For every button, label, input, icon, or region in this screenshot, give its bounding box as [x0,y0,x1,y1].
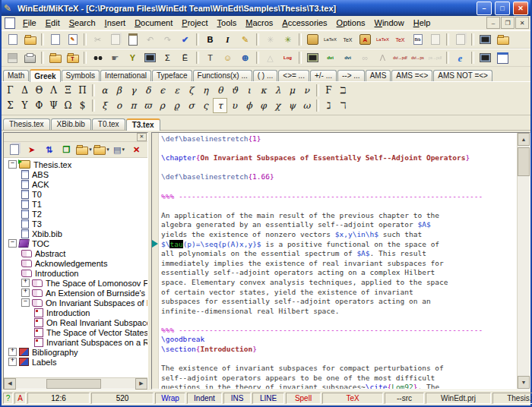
status-spell-mode[interactable]: Spell [286,393,321,404]
close-panel-button[interactable]: ✕ [128,142,145,157]
greek-symbol-button[interactable]: δ [141,83,155,98]
tree-item[interactable]: Abstract [5,248,147,258]
palette-tab-ams[interactable]: AMS =<> [391,70,432,81]
tree-item[interactable]: −On Invariant Subspaces of Essentiall [5,298,147,308]
palette-tab-math[interactable]: Math [3,70,29,81]
collapse-icon[interactable]: − [8,239,17,248]
editor-vertical-scrollbar[interactable]: ▲ ▼ [517,133,530,389]
minimize-button[interactable]: – [477,2,492,15]
greek-symbol-button[interactable]: χ [271,98,285,113]
greek-symbol-button[interactable]: σ [184,98,198,113]
document-edit-button[interactable]: ✎ [64,32,81,47]
palette-tab-ams-not[interactable]: AMS NOT =<> [433,70,492,81]
greek-symbol-button[interactable]: υ [227,98,242,113]
text-editor[interactable]: \def\baselinestretch{1} \chapter{On Inva… [159,133,517,389]
tree-item[interactable]: On Real Invariant Subspaces [5,317,147,327]
italic-button[interactable]: I [219,32,236,47]
greek-symbol-button[interactable]: θ [213,83,227,98]
greek-symbol-button[interactable]: τ [213,98,227,113]
paste-button[interactable] [124,32,141,47]
palette-tab-[interactable]: --> ... [337,70,365,81]
doc-tab-t0-tex[interactable]: T0.tex [92,118,125,130]
accented-letters-button[interactable]: Ë [176,50,194,65]
palette-tab-[interactable]: ( ) ... [253,70,278,81]
pdf-texify-button[interactable]: A [356,32,374,47]
status-insert-mode[interactable]: INS [223,393,251,404]
scrollbar-thumb[interactable] [518,147,530,176]
console-button[interactable] [477,50,494,65]
collapse-icon[interactable]: − [21,298,30,307]
tree-item[interactable]: +Labels [5,357,147,367]
doc-tab-thesis-tex[interactable]: Thesis.tex [3,118,50,130]
new-window-button[interactable] [494,50,511,65]
menu-tools[interactable]: Tools [213,17,242,28]
mdi-restore-button[interactable]: ❐ [501,17,515,29]
scroll-down-icon[interactable]: ▼ [518,376,530,389]
status-src-mode[interactable]: --src [385,393,424,404]
tree-item[interactable]: The Space of Vector States [5,327,147,337]
greek-symbol-button[interactable]: ℷ [321,98,336,113]
greek-symbol-button[interactable]: α [97,83,112,98]
bibtex-button[interactable]: Bib [409,32,426,47]
menu-project[interactable]: Project [177,17,212,28]
greek-symbol-button[interactable]: Ψ [46,98,61,113]
expand-icon[interactable]: + [21,289,30,297]
greek-symbol-button[interactable]: κ [256,83,271,98]
folder-menu-button[interactable]: ▾ [93,142,110,157]
greek-symbol-button[interactable]: ν [299,83,314,98]
palette-tab-[interactable]: +/- ... [310,70,337,81]
greek-symbol-button[interactable]: β [112,83,126,98]
acrobat-reader-button[interactable]: Λ [374,50,391,65]
greek-symbol-button[interactable]: ς [198,98,213,113]
tex-button[interactable]: TeX [339,32,356,47]
doc-tab-t3-tex[interactable]: T3.tex [126,118,160,131]
scroll-left-icon[interactable]: ◀ [4,378,16,390]
menu-macros[interactable]: Macros [241,17,277,28]
tree-item[interactable]: ACK [5,179,147,189]
tree-item[interactable]: T1 [5,199,147,209]
find-button[interactable] [89,50,106,65]
dvi-to-pdf-button[interactable]: dvi→pdf [391,50,409,65]
panel-close-icon[interactable]: ✕ [137,133,147,141]
list-menu-button[interactable]: ▤▾ [110,142,128,157]
palette-tab-symbols[interactable]: Symbols [62,70,100,81]
expand-icon[interactable]: + [8,358,17,366]
tree-item[interactable]: T2 [5,209,147,219]
goto-hand-button[interactable]: ☛ [106,50,124,65]
tree-item[interactable]: Introduction [5,308,147,317]
latex-button[interactable]: LaTeX [321,32,339,47]
swap-blue-arrows-button[interactable]: ⇅ [40,142,58,157]
menu-file[interactable]: File [18,17,41,28]
menu-accessories[interactable]: Accessories [277,17,331,28]
print-button[interactable] [21,50,39,65]
tree-item[interactable]: Introduction [5,268,147,278]
tree-item[interactable]: Invariant Subspaces on a Real Hi [5,337,147,347]
tree-item[interactable]: +The Space of Lomonosov Functions [5,278,147,288]
tree-item[interactable]: T0 [5,189,147,199]
greek-symbol-button[interactable]: ω [299,98,314,113]
build-books-button[interactable]: ❒ [58,142,75,157]
dvi-print-button[interactable]: ∞ [356,50,374,65]
bold-button[interactable]: B [201,32,219,47]
filter-funnel-button[interactable]: Y [124,50,141,65]
menu-options[interactable]: Options [332,17,370,28]
view-output-folder-button[interactable] [494,32,511,47]
web-globe-button[interactable]: ⊕ [236,50,254,65]
greek-symbol-button[interactable]: Ϝ [321,83,336,98]
status-help[interactable]: ? [3,393,13,404]
palette-tab-ams[interactable]: AMS [366,70,391,81]
greek-symbol-button[interactable]: μ [285,83,299,98]
exec-gears-button[interactable]: ✳ [279,32,296,47]
status-indent-mode[interactable]: Indent [187,393,222,404]
open-file-button[interactable] [21,32,39,47]
greek-symbol-button[interactable]: ε [169,83,184,98]
greek-symbol-button[interactable]: ℶ [336,83,350,98]
highlight-pen-button[interactable]: ✎ [236,32,254,47]
dvi-forward-search-button[interactable]: dvi [321,50,339,65]
dvi-preview-button[interactable] [477,32,494,47]
greek-symbol-button[interactable]: $ [75,98,90,113]
jump-red-arrow-button[interactable]: ➤ [23,142,40,157]
greek-symbol-button[interactable]: Π [75,83,90,98]
view-log-button[interactable]: Log [279,50,296,65]
palette-tab-typeface[interactable]: Typeface [152,70,192,81]
